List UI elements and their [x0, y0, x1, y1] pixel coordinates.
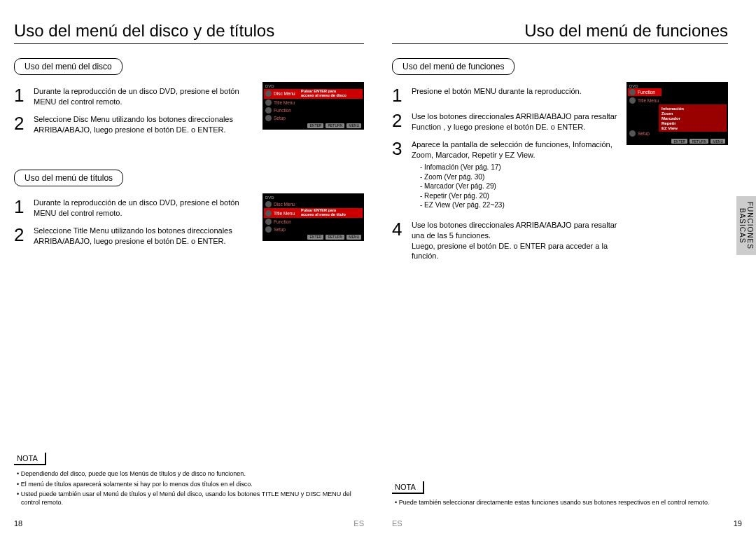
osd-screenshot-title: DVD Disc Menu Title Menu Pulsar ENTER pa…: [262, 193, 364, 241]
step-row: 1 Durante la reproducción de un disco DV…: [14, 86, 255, 107]
nota-block-left: NOTA Dependiendo del disco, puede que lo…: [14, 451, 364, 508]
page-number-left: 18: [14, 519, 22, 528]
functions-steps: 1 Presione el botón MENU durante la repr…: [392, 82, 620, 268]
osd-btn-menu: MENU: [346, 235, 361, 240]
menu-icon: [265, 107, 272, 114]
osd-msg-line: acceso al menu de disco: [301, 93, 346, 97]
step-row: 3 Aparece la pantalla de selección de fu…: [392, 139, 620, 213]
osd-label: Disc Menu: [274, 91, 299, 96]
menu-icon: [629, 97, 636, 104]
side-tab: FUNCIONES BASICAS: [736, 196, 756, 255]
osd-label: Title Menu: [274, 100, 299, 105]
nota-item: El menú de títulos aparecerá solamente s…: [14, 480, 364, 488]
step-row: 2 Seleccione Disc Menu utilizando los bo…: [14, 114, 255, 135]
side-tab-line: FUNCIONES: [746, 202, 754, 249]
osd-btn-menu: MENU: [346, 123, 361, 128]
osd-header: DVD: [264, 83, 363, 89]
osd-row: Setup: [264, 226, 363, 233]
sublist-item: EZ View (Ver pág. 22~23): [420, 200, 620, 210]
section-heading-titles: Uso del menú de títulos: [14, 170, 123, 186]
step-text: Seleccione Title Menu utilizando los bot…: [34, 226, 255, 247]
step-row: 1 Presione el botón MENU durante la repr…: [392, 86, 620, 104]
step-number: 1: [14, 198, 34, 216]
step-number: 3: [392, 139, 412, 158]
sublist-item: Zoom (Ver pág. 30): [420, 172, 620, 182]
osd-row: Function: [264, 218, 363, 226]
osd-button-bar: ENTER RETURN MENU: [264, 233, 363, 240]
sublist-item: Marcador (Ver pág. 29): [420, 181, 620, 191]
disc-section: 1 Durante la reproducción de un disco DV…: [14, 82, 364, 142]
osd-label: Disc Menu: [274, 202, 299, 207]
osd-button-bar: ENTER RETURN MENU: [628, 137, 727, 144]
page-18: Uso del menú del disco y de títulos Uso …: [0, 0, 378, 536]
osd-label: Setup: [274, 227, 299, 232]
osd-btn-return: RETURN: [326, 235, 344, 240]
osd-row: Disc Menu: [264, 200, 363, 208]
osd-btn-enter: ENTER: [671, 139, 687, 144]
step-number: 4: [392, 220, 412, 238]
osd-screenshot-function: DVD Disc Menu Title Menu Infomación Zoom…: [626, 82, 728, 145]
nota-label: NOTA: [392, 481, 424, 494]
osd-label: Function: [638, 90, 655, 95]
step-number: 2: [14, 114, 34, 132]
title-underline: [14, 43, 364, 44]
osd-label: Title Menu: [274, 211, 299, 216]
nota-list: Puede también seleccionar directamente e…: [392, 498, 728, 507]
page-title-left: Uso del menú del disco y de títulos: [14, 21, 364, 41]
titles-section: 1 Durante la reproducción de un disco DV…: [14, 193, 364, 253]
menu-icon: [265, 219, 272, 225]
osd-label: Title Menu: [638, 98, 663, 103]
step-row: 4 Use los botones direccionales ARRIBA/A…: [392, 220, 620, 261]
sublist-item: Repetir (Ver pág. 20): [420, 191, 620, 201]
nota-list: Dependiendo del disco, puede que los Men…: [14, 469, 364, 507]
menu-icon: [629, 130, 636, 137]
nota-item: Usted puede también usar el Menú de títu…: [14, 490, 364, 507]
step-text: Durante la reproducción de un disco DVD,…: [34, 198, 255, 219]
nota-block-right: NOTA Puede también seleccionar directame…: [392, 480, 728, 508]
section-heading-functions: Uso del menú de funciones: [392, 58, 514, 75]
step-text: Use los botones direccionales ARRIBA/ABA…: [412, 220, 620, 261]
osd-header: DVD: [264, 195, 363, 200]
step-number: 1: [392, 86, 412, 104]
osd-row: Function: [264, 106, 363, 114]
step-text: Presione el botón MENU durante la reprod…: [412, 86, 620, 97]
step-row: 1 Durante la reproducción de un disco DV…: [14, 198, 255, 219]
osd-message: Pulsar ENTER para acceso al menu de títu…: [301, 209, 361, 217]
manual-spread: Uso del menú del disco y de títulos Uso …: [0, 0, 756, 536]
osd-message: Pulsar ENTER para acceso al menu de disc…: [301, 90, 361, 98]
osd-btn-return: RETURN: [326, 123, 344, 128]
osd-row-disc-menu: Disc Menu Pulsar ENTER para acceso al me…: [264, 89, 363, 99]
functions-section: 1 Presione el botón MENU durante la repr…: [392, 82, 728, 268]
osd-button-bar: ENTER RETURN MENU: [264, 122, 363, 128]
osd-label: Setup: [274, 116, 299, 121]
page-number-right: 19: [734, 519, 742, 528]
step-text-line: Use los botones direccionales ARRIBA/ABA…: [412, 221, 617, 240]
section-heading-disc: Uso del menú del disco: [14, 58, 122, 75]
step-text-line: Aparece la pantalla de selección de func…: [412, 140, 612, 159]
page-title-right: Uso del menú de funciones: [392, 21, 728, 41]
titles-steps: 1 Durante la reproducción de un disco DV…: [14, 193, 255, 253]
step-row: 2 Seleccione Title Menu utilizando los b…: [14, 226, 255, 247]
menu-icon: [265, 210, 272, 217]
lang-label: ES: [392, 519, 402, 528]
sublist-item: Infomación (Ver pág. 17): [420, 163, 620, 172]
step-text: Use los botones direccionales ARRIBA/ABA…: [412, 111, 620, 132]
osd-row: Setup: [628, 130, 727, 137]
osd-btn-enter: ENTER: [307, 235, 323, 240]
nota-item: Puede también seleccionar directamente e…: [392, 498, 728, 507]
step-text: Seleccione Disc Menu utilizando los boto…: [34, 114, 255, 135]
step-number: 2: [14, 226, 34, 244]
osd-label: Function: [274, 108, 299, 113]
title-underline: [392, 43, 728, 44]
osd-label: Function: [274, 219, 299, 224]
step-text-line: Luego, presione el botón DE. o ENTER par…: [412, 242, 608, 261]
menu-icon: [265, 201, 272, 207]
osd-row: Title Menu: [264, 99, 363, 106]
menu-icon: [265, 99, 272, 106]
lang-label: ES: [354, 519, 364, 528]
osd-btn-return: RETURN: [690, 139, 708, 144]
step-number: 1: [14, 86, 34, 104]
osd-msg-line: acceso al menu de título: [301, 212, 346, 217]
nota-label: NOTA: [14, 453, 46, 465]
step-row: 2 Use los botones direccionales ARRIBA/A…: [392, 111, 620, 132]
